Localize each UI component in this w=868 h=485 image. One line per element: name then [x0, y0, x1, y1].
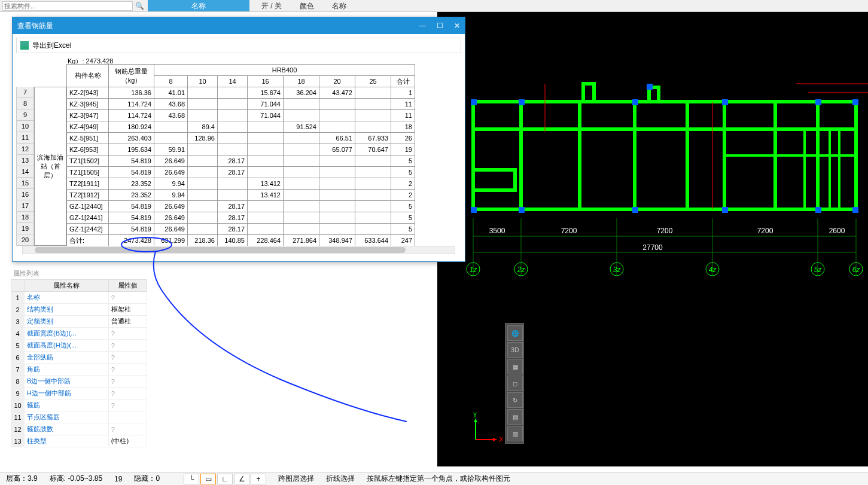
view-rotate-icon[interactable]: ↻	[507, 392, 523, 408]
table-row[interactable]: TZ1[1502]54.81926.64928.175	[67, 155, 415, 167]
cell-val	[188, 87, 218, 99]
row-num[interactable]: 8	[16, 98, 34, 109]
view-3d-icon[interactable]: 3D	[507, 342, 523, 358]
status-cross-layer[interactable]: 跨图层选择	[278, 474, 314, 484]
th-pval: 属性值	[108, 280, 147, 292]
prop-row[interactable]: 1名称?	[11, 292, 147, 304]
table-wrap: Kg）: 2473.428 7891011121314151617181920 …	[16, 57, 461, 258]
table-row[interactable]: KZ-3[945]114.72443.6871.04411	[67, 99, 415, 110]
prop-row[interactable]: 4截面宽度(B边)(...?	[11, 328, 147, 340]
row-num[interactable]: 15	[16, 178, 34, 189]
prop-name: 柱类型	[25, 435, 109, 447]
export-excel-button[interactable]: 导出到Excel	[32, 41, 71, 51]
prop-value[interactable]	[108, 411, 147, 423]
table-row[interactable]: KZ-4[949]180.92489.491.52418	[67, 121, 415, 133]
search-icon[interactable]: 🔍	[135, 2, 144, 10]
cad-canvas[interactable]: 3500 7200 7200 7200 2600 27700 1z2z3z4z5…	[437, 12, 868, 466]
prop-row[interactable]: 10箍筋?	[11, 399, 147, 411]
view-box2-icon[interactable]: ◻	[507, 376, 523, 391]
row-num[interactable]: 10	[16, 121, 34, 132]
prop-name: 结构类别	[25, 304, 109, 316]
cell-name: GZ-1[2441]	[67, 212, 109, 224]
close-icon[interactable]: ✕	[454, 22, 460, 30]
view-3d-globe-icon[interactable]: 🌐	[507, 325, 523, 341]
dialog-titlebar[interactable]: 查看钢筋量 — ☐ ✕	[13, 17, 465, 34]
prop-value[interactable]: ?	[108, 340, 147, 352]
maximize-icon[interactable]: ☐	[437, 22, 443, 30]
prop-row[interactable]: 3定额类别普通柱	[11, 316, 147, 328]
search-input[interactable]	[2, 1, 133, 11]
svg-rect-32	[852, 99, 858, 105]
prop-value[interactable]: 框架柱	[108, 304, 147, 316]
prop-value[interactable]: ?	[108, 352, 147, 364]
prop-row[interactable]: 12箍筋肢数?	[11, 423, 147, 435]
grid-icon[interactable]: ∟	[217, 474, 233, 484]
prop-row[interactable]: 6全部纵筋?	[11, 352, 147, 364]
cell-val: 348.947	[319, 235, 355, 246]
prop-value[interactable]: ?	[108, 328, 147, 340]
table-row[interactable]: 合计:2473.428631.299218.36140.85228.464271…	[67, 235, 415, 246]
cell-val: 66.51	[319, 133, 355, 144]
cell-val	[218, 99, 248, 110]
table-row[interactable]: KZ-5[951]263.403128.9666.5167.93326	[67, 133, 415, 144]
name-tab[interactable]: 名称	[148, 0, 249, 11]
cross-icon[interactable]: +	[251, 474, 266, 484]
svg-rect-30	[815, 99, 821, 105]
row-num[interactable]: 11	[16, 132, 34, 144]
prop-value[interactable]: ?	[108, 364, 147, 376]
cell-val: 65.077	[319, 144, 355, 155]
angle-icon[interactable]: ∠	[234, 474, 249, 484]
rebar-table: 构件名称 钢筋总重量（kg） HRB400 8101416182025合计 KZ…	[66, 64, 415, 246]
ortho-icon[interactable]: ▭	[200, 474, 216, 484]
row-num[interactable]: 9	[16, 109, 34, 121]
table-row[interactable]: KZ-3[947]114.72443.6871.04411	[67, 110, 415, 121]
snap-icon[interactable]: └	[184, 474, 199, 484]
th-size: 10	[188, 76, 218, 87]
prop-row[interactable]: 11节点区箍筋	[11, 411, 147, 423]
table-row[interactable]: TZ2[1912]23.3529.9413.4122	[67, 190, 415, 201]
minimize-icon[interactable]: —	[419, 22, 426, 30]
row-num[interactable]: 20	[16, 234, 34, 246]
status-icons: └ ▭ ∟ ∠ +	[184, 474, 266, 484]
prop-value[interactable]: (中柱)	[108, 435, 147, 447]
prop-value[interactable]: ?	[108, 292, 147, 304]
svg-text:X: X	[499, 435, 502, 444]
table-row[interactable]: TZ2[1911]23.3529.9413.4122	[67, 178, 415, 190]
table-row[interactable]: KZ-2[943]136.3641.0115.67436.20443.4721	[67, 87, 415, 99]
prop-value[interactable]: 普通柱	[108, 316, 147, 328]
row-num[interactable]: 19	[16, 223, 34, 234]
prop-row[interactable]: 2结构类别框架柱	[11, 304, 147, 316]
row-num[interactable]: 17	[16, 200, 34, 212]
prop-row[interactable]: 7角筋?	[11, 364, 147, 376]
axis-label: 5z	[814, 266, 823, 274]
table-row[interactable]: GZ-1[2440]54.81926.64928.175	[67, 201, 415, 212]
row-num[interactable]: 13	[16, 155, 34, 166]
row-num[interactable]: 18	[16, 212, 34, 223]
cell-val	[319, 190, 355, 201]
row-num[interactable]: 7	[16, 87, 34, 98]
prop-row[interactable]: 13柱类型(中柱)	[11, 435, 147, 447]
prop-value[interactable]: ?	[108, 388, 147, 399]
status-polyline[interactable]: 折线选择	[326, 474, 355, 484]
table-row[interactable]: TZ1[1505]54.81926.64928.175	[67, 167, 415, 178]
row-num[interactable]: 14	[16, 166, 34, 178]
prop-value[interactable]: ?	[108, 423, 147, 435]
table-row[interactable]: GZ-1[2442]54.81926.64928.175	[67, 224, 415, 235]
table-row[interactable]: GZ-1[2441]54.81926.64928.175	[67, 212, 415, 224]
view-grid-icon[interactable]: ▤	[507, 409, 523, 425]
row-num[interactable]: 12	[16, 144, 34, 155]
svg-rect-23	[471, 207, 477, 213]
prop-value[interactable]: ?	[108, 376, 147, 388]
svg-rect-22	[471, 99, 477, 105]
h-scrollbar[interactable]	[22, 246, 455, 254]
table-row[interactable]: KZ-6[953]195.63459.9165.07770.64719	[67, 144, 415, 155]
excel-icon[interactable]	[20, 41, 29, 50]
prop-value[interactable]: ?	[108, 399, 147, 411]
h-scroll-thumb[interactable]	[35, 247, 406, 253]
prop-row[interactable]: 8B边一侧中部筋?	[11, 376, 147, 388]
prop-row[interactable]: 5截面高度(H边)(...?	[11, 340, 147, 352]
row-num[interactable]: 16	[16, 189, 34, 200]
prop-row[interactable]: 9H边一侧中部筋?	[11, 388, 147, 399]
view-grid2-icon[interactable]: ▥	[507, 426, 523, 441]
view-box1-icon[interactable]: ▦	[507, 359, 523, 374]
